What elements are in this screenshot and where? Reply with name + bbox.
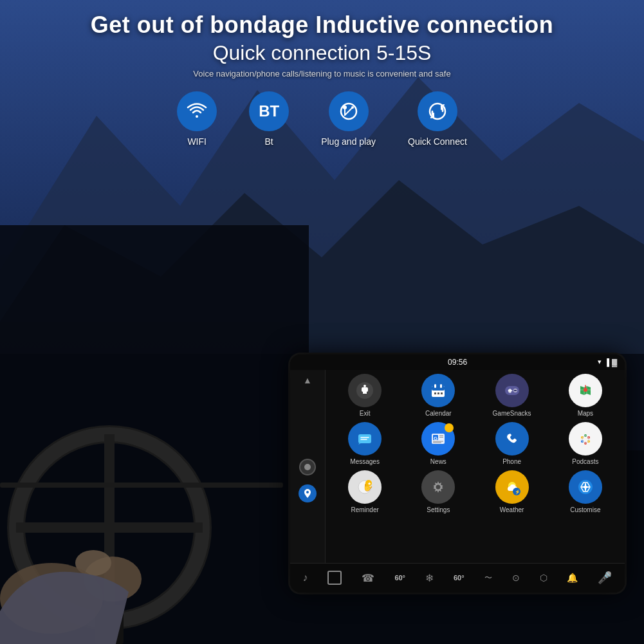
app-maps[interactable]: Maps: [551, 374, 620, 417]
bt-label: Bt: [265, 136, 273, 147]
svg-rect-24: [363, 392, 367, 394]
svg-rect-37: [508, 390, 512, 391]
wave-icon[interactable]: 〜: [484, 573, 492, 584]
temp2-display: 60°: [454, 574, 465, 582]
feature-plug: Plug and play: [321, 91, 376, 147]
tagline: Voice navigation/phone calls/listening t…: [0, 69, 644, 78]
headline: Get out of bondage Inductive connection: [0, 12, 644, 39]
svg-rect-28: [434, 384, 436, 388]
news-badge: [445, 423, 454, 432]
defrost-icon[interactable]: ⊙: [512, 573, 520, 583]
top-section: Get out of bondage Inductive connection …: [0, 0, 644, 147]
app-maps-label: Maps: [578, 410, 593, 417]
svg-text:⚡: ⚡: [515, 489, 520, 495]
bell-bottom-icon[interactable]: 🔔: [567, 573, 578, 583]
app-gamesnacks[interactable]: GameSnacks: [477, 374, 546, 417]
svg-point-19: [351, 106, 354, 109]
signal-icon: ▐: [604, 358, 609, 366]
svg-rect-30: [434, 392, 436, 394]
wifi-icon: [177, 91, 217, 131]
quick-connect-icon: [418, 91, 457, 131]
bt-icon: BT: [249, 91, 289, 131]
temp1-display: 60°: [394, 574, 405, 582]
scroll-up-arrow[interactable]: ▲: [303, 375, 312, 385]
car-screen: 09:56 ▾ ▐ ▓ ▲: [290, 354, 625, 593]
svg-rect-31: [437, 392, 439, 394]
feature-quick-connect: Quick Connect: [408, 91, 467, 147]
plug-icon: [329, 91, 369, 131]
app-exit-label: Exit: [360, 410, 371, 417]
app-calendar[interactable]: Calendar: [404, 374, 472, 417]
svg-rect-27: [432, 386, 445, 391]
mic-bottom-icon[interactable]: 🎤: [598, 571, 612, 585]
svg-point-21: [306, 491, 309, 493]
app-gamesnacks-label: GameSnacks: [493, 410, 531, 417]
app-weather[interactable]: ⚡ Weather: [477, 470, 546, 513]
screen-sidebar: ▲ ▼: [290, 370, 326, 591]
app-messages[interactable]: Messages: [331, 422, 399, 465]
status-icons: ▾ ▐ ▓: [598, 358, 617, 366]
svg-text:★: ★: [367, 481, 371, 486]
app-calendar-label: Calendar: [425, 410, 452, 417]
apps-bottom-icon[interactable]: [327, 571, 342, 585]
maps-mini-icon[interactable]: [299, 484, 317, 502]
app-settings[interactable]: Settings: [404, 470, 472, 513]
feature-bt: BT Bt: [249, 91, 289, 147]
wifi-status-icon: ▾: [598, 358, 602, 366]
app-grid: Exit Cale: [331, 374, 620, 513]
app-reminder[interactable]: ✋ ★ Reminder: [331, 470, 399, 513]
svg-rect-23: [362, 387, 368, 392]
svg-rect-41: [358, 434, 371, 443]
quick-connect-label: Quick Connect: [408, 136, 467, 147]
status-time: 09:56: [448, 358, 467, 367]
app-news[interactable]: G News: [404, 422, 472, 465]
screen-status-bar: 09:56 ▾ ▐ ▓: [290, 354, 625, 370]
svg-point-25: [363, 385, 366, 387]
svg-point-40: [584, 388, 587, 392]
app-phone-label: Phone: [502, 458, 521, 465]
wifi-label: WIFI: [187, 136, 207, 147]
app-news-label: News: [430, 458, 446, 465]
screen-bottom-bar: ♪ ☎ 60° ❄ 60° 〜 ⊙ ⬡ 🔔 🎤: [290, 563, 625, 593]
app-messages-label: Messages: [350, 458, 380, 465]
svg-rect-29: [440, 384, 442, 388]
plug-label: Plug and play: [321, 136, 376, 147]
app-podcasts-label: Podcasts: [572, 458, 598, 465]
app-customise-label: Customise: [570, 506, 600, 513]
svg-point-39: [515, 390, 516, 391]
battery-icon: ▓: [612, 358, 617, 366]
app-weather-label: Weather: [500, 506, 524, 513]
seat-icon[interactable]: ⬡: [540, 573, 547, 583]
location-dot[interactable]: [299, 459, 316, 475]
phone-bottom-icon[interactable]: ☎: [362, 572, 374, 584]
app-customise[interactable]: Customise: [551, 470, 620, 513]
svg-rect-14: [0, 483, 283, 488]
app-phone[interactable]: Phone: [477, 422, 546, 465]
svg-point-75: [584, 485, 587, 488]
svg-point-68: [436, 484, 441, 489]
app-exit[interactable]: Exit: [331, 374, 399, 417]
fan-icon[interactable]: ❄: [425, 572, 434, 584]
music-bottom-icon[interactable]: ♪: [302, 572, 308, 584]
svg-rect-32: [441, 392, 443, 394]
app-settings-label: Settings: [427, 506, 450, 513]
app-reminder-label: Reminder: [351, 506, 378, 513]
svg-text:G: G: [434, 436, 437, 441]
feature-wifi: WIFI: [177, 91, 217, 147]
subheadline: Quick connection 5-15S: [0, 41, 644, 65]
features-row: WIFI BT Bt Plug and play: [0, 91, 644, 147]
app-podcasts[interactable]: Podcasts: [551, 422, 620, 465]
